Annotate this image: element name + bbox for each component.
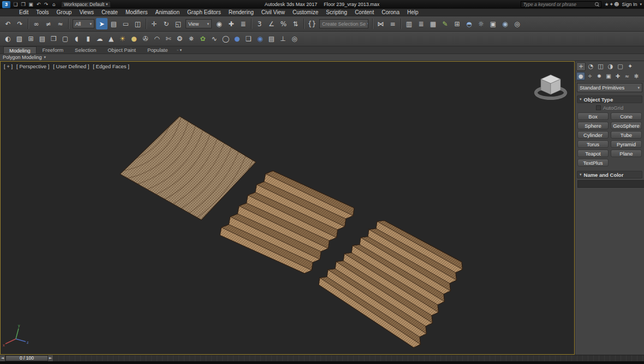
- bitmap-icon[interactable]: ▧: [14, 33, 25, 45]
- category-cameras[interactable]: ▣: [604, 72, 613, 80]
- percent-snap-icon[interactable]: %: [278, 18, 289, 29]
- grid-helper-icon[interactable]: ⊞: [25, 33, 37, 45]
- ribbon-tab[interactable]: Object Paint: [102, 46, 141, 53]
- object-type-button[interactable]: GeoSphere: [611, 122, 642, 129]
- search-icon[interactable]: [595, 2, 599, 7]
- select-and-rotate-icon[interactable]: ↻: [160, 18, 172, 29]
- menu-item[interactable]: Views: [75, 9, 98, 16]
- viewcube[interactable]: [534, 75, 567, 99]
- cone-primitive-icon[interactable]: ▲: [105, 33, 117, 45]
- timeline-track[interactable]: [53, 355, 644, 361]
- cloud-icon[interactable]: ☁: [94, 33, 105, 45]
- category-helpers[interactable]: ✚: [613, 72, 622, 80]
- layer-explorer-icon[interactable]: ≣: [415, 18, 427, 29]
- menu-item[interactable]: Create: [98, 9, 122, 16]
- community-icon[interactable]: ✦: [610, 2, 614, 7]
- search-input[interactable]: [523, 2, 593, 7]
- object-type-button[interactable]: Teapot: [577, 150, 609, 157]
- selection-set-dropdown[interactable]: Create Selection Se ▾: [319, 19, 368, 28]
- object-type-button[interactable]: Cone: [611, 112, 642, 120]
- spreadsheet-icon[interactable]: ▤: [37, 33, 48, 45]
- menu-item[interactable]: Graph Editors: [183, 9, 225, 16]
- unlink-selection-icon[interactable]: ≠: [43, 18, 54, 29]
- menu-item[interactable]: Tools: [32, 9, 52, 16]
- 3dsmax-logo-icon[interactable]: 3: [2, 1, 10, 8]
- open-file-icon[interactable]: ❒: [20, 2, 27, 7]
- sign-in-button[interactable]: Sign In: [622, 2, 637, 7]
- chevron-down-icon[interactable]: ▾: [180, 48, 182, 52]
- menu-item[interactable]: Group: [53, 9, 76, 16]
- cylinder-primitive-icon[interactable]: ▮: [82, 33, 94, 45]
- window-crossing-icon[interactable]: ◫: [132, 18, 144, 29]
- menu-item[interactable]: Edit: [15, 9, 32, 16]
- redo-icon[interactable]: ↷: [43, 2, 50, 7]
- previous-frame-button[interactable]: ◄: [0, 355, 5, 361]
- selection-filter-dropdown[interactable]: All ▾: [73, 19, 94, 28]
- render-iterative-icon[interactable]: ◎: [511, 18, 523, 29]
- sphere-blue-icon[interactable]: ●: [231, 33, 243, 45]
- viewport-label-segment[interactable]: [ Edged Faces ]: [93, 63, 129, 69]
- clipboard-icon[interactable]: ❑: [243, 33, 254, 45]
- object-type-button[interactable]: Pyramid: [611, 140, 642, 148]
- next-frame-button[interactable]: ►: [48, 355, 53, 361]
- menu-item[interactable]: Content: [351, 9, 378, 16]
- select-and-manipulate-icon[interactable]: ✚: [225, 18, 237, 29]
- ribbon-tab[interactable]: Freeform: [37, 46, 69, 53]
- spiral-icon[interactable]: ✵: [186, 33, 197, 45]
- menu-item[interactable]: Scripting: [322, 9, 351, 16]
- menu-item[interactable]: Customize: [289, 9, 322, 16]
- capsule-primitive-icon[interactable]: ▢: [59, 33, 71, 45]
- sphere-yellow-icon[interactable]: ●: [128, 33, 140, 45]
- perspective-viewport[interactable]: [ + ][ Perspective ][ User Defined ][ Ed…: [0, 61, 575, 355]
- category-systems[interactable]: ✻: [632, 72, 641, 80]
- object-name-input[interactable]: [577, 180, 644, 188]
- blob-primitive-icon[interactable]: ◖: [71, 33, 82, 45]
- viewport-label-segment[interactable]: [ Perspective ]: [16, 63, 49, 69]
- curve-editor-icon[interactable]: ✎: [439, 18, 451, 29]
- category-lights[interactable]: ✸: [595, 72, 604, 80]
- globe-icon[interactable]: ◯: [220, 33, 231, 45]
- tab-utilities[interactable]: ✦: [625, 62, 635, 71]
- ribbon-tab[interactable]: Populate: [142, 46, 174, 53]
- object-type-button[interactable]: Plane: [611, 150, 642, 157]
- material-editor-icon[interactable]: ◓: [463, 18, 475, 29]
- object-type-button[interactable]: TextPlus: [577, 159, 609, 166]
- foliage-icon[interactable]: ✿: [197, 33, 208, 45]
- floor-plane-corrugated-small[interactable]: [220, 171, 354, 273]
- select-by-name-icon[interactable]: ▤: [108, 18, 120, 29]
- menu-item[interactable]: Corona: [378, 9, 403, 16]
- menu-item[interactable]: Rendering: [225, 9, 258, 16]
- sun-light-icon[interactable]: ☀: [117, 33, 128, 45]
- spinner-snap-icon[interactable]: ⇅: [290, 18, 301, 29]
- object-type-button[interactable]: Box: [577, 112, 609, 120]
- render-setup-icon[interactable]: ☼: [475, 18, 487, 29]
- object-type-rollout-header[interactable]: ▾ Object Type: [577, 96, 642, 103]
- select-object-icon[interactable]: ➤: [96, 18, 108, 29]
- new-scene-icon[interactable]: ❏: [12, 2, 19, 7]
- autogrid-checkbox[interactable]: [596, 105, 601, 110]
- cut-tool-icon[interactable]: ✄: [163, 33, 174, 45]
- align-icon[interactable]: ≡: [387, 18, 398, 29]
- use-pivot-point-icon[interactable]: ◉: [213, 18, 225, 29]
- category-shapes[interactable]: ✧: [586, 72, 594, 80]
- arc-tool-icon[interactable]: ◠: [151, 33, 163, 45]
- user-avatar-icon[interactable]: ☻: [614, 2, 619, 7]
- mirror-icon[interactable]: ⋈: [375, 18, 386, 29]
- object-type-button[interactable]: Cylinder: [577, 131, 609, 139]
- select-and-scale-icon[interactable]: ◱: [172, 18, 184, 29]
- undo-icon[interactable]: ↶: [2, 18, 14, 29]
- menu-item[interactable]: Modifiers: [122, 9, 152, 16]
- compass-icon[interactable]: ◐: [2, 33, 14, 45]
- chevron-down-icon[interactable]: ▾: [640, 2, 642, 7]
- save-file-icon[interactable]: ▣: [27, 2, 34, 7]
- magnet-snap-icon[interactable]: ✇: [140, 33, 151, 45]
- tab-motion[interactable]: ◑: [606, 62, 615, 71]
- snap-toggle-3d-icon[interactable]: 3: [254, 18, 265, 29]
- ribbon-tab[interactable]: Modeling: [3, 46, 37, 53]
- project-folder-icon[interactable]: ⌂: [50, 2, 57, 7]
- wave-icon[interactable]: ∿: [208, 33, 220, 45]
- polygon-modeling-panel[interactable]: Polygon Modeling: [3, 55, 42, 60]
- workspace-dropdown[interactable]: Workspace: Default ▾: [61, 1, 111, 8]
- rectangular-selection-region-icon[interactable]: ▭: [120, 18, 132, 29]
- named-selection-sets-icon[interactable]: {}: [306, 18, 318, 29]
